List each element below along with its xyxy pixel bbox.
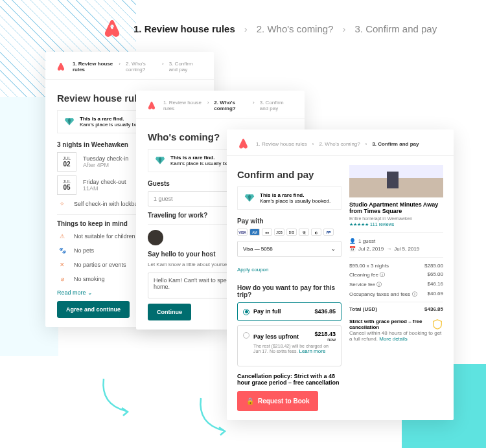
calendar-icon: 📅 — [349, 246, 356, 252]
chevron-down-icon: ⌄ — [331, 246, 336, 252]
learn-more-link[interactable]: Learn more — [299, 348, 325, 354]
flow-arrow-icon — [97, 375, 136, 421]
no-parties-icon: ✕ — [57, 260, 67, 270]
chevron-right-icon: › — [244, 23, 248, 34]
diners-icon: ◐ — [311, 229, 321, 236]
chevron-down-icon: ⌄ — [87, 289, 93, 296]
guest-icon: 👤 — [349, 238, 356, 244]
payment-method-icons: VISAAM●●JCBDIS银◐PP — [237, 229, 341, 236]
rare-find-banner: This is a rare find.Kam's place is usual… — [237, 186, 341, 210]
step-3[interactable]: 3. Confirm and pay — [354, 23, 437, 34]
no-children-icon: ⚠ — [57, 231, 67, 241]
step-1[interactable]: 1. Review house rules — [133, 23, 235, 34]
lock-icon: 🔒 — [246, 398, 254, 405]
pay-less-option[interactable]: Pay less upfront$218.43now The rest ($21… — [237, 325, 341, 366]
chevron-right-icon: › — [342, 23, 345, 34]
airbnb-logo-icon — [57, 62, 65, 72]
key-icon: ✧ — [57, 199, 67, 209]
apply-coupon-link[interactable]: Apply coupon — [237, 267, 268, 273]
top-nav: 1. Review house rules› 2. Who's coming?›… — [104, 19, 437, 38]
page-title: Confirm and pay — [237, 169, 341, 180]
paypal-icon: PP — [323, 229, 334, 236]
visa-icon: VISA — [237, 229, 248, 236]
flow-arrow-icon — [194, 395, 233, 440]
host-avatar — [148, 230, 163, 245]
breadcrumb: 1. Review house rules› 2. Who's coming?›… — [133, 23, 437, 34]
unionpay-icon: 银 — [299, 229, 309, 236]
airbnb-logo-icon — [104, 19, 121, 38]
confirm-pay-card: 1. Review house rules›2. Who's coming?›3… — [227, 129, 454, 420]
listing-thumbnail — [349, 165, 443, 197]
card-select[interactable]: Visa — 5058⌄ — [237, 241, 341, 257]
amex-icon: AM — [249, 229, 260, 236]
no-smoking-icon: ⌀ — [57, 274, 67, 284]
continue-button[interactable]: Continue — [148, 304, 191, 320]
gem-icon — [64, 116, 75, 126]
jcb-icon: JCB — [274, 229, 284, 236]
airbnb-logo-icon — [238, 139, 248, 149]
agree-continue-button[interactable]: Agree and continue — [57, 301, 130, 318]
airbnb-logo-icon — [148, 100, 156, 111]
pay-full-option[interactable]: Pay in full$436.85 — [237, 302, 341, 321]
gem-icon — [155, 155, 165, 165]
mastercard-icon: ●● — [262, 229, 272, 236]
gem-icon — [244, 192, 255, 203]
request-book-button[interactable]: 🔒Request to Book — [237, 391, 318, 411]
shield-icon — [432, 319, 443, 330]
discover-icon: DIS — [286, 229, 297, 236]
radio-off-icon — [243, 332, 249, 339]
no-pets-icon: 🐾 — [57, 245, 67, 256]
radio-on-icon — [243, 309, 249, 315]
more-details-link[interactable]: More details — [379, 336, 408, 342]
step-2[interactable]: 2. Who's coming? — [257, 23, 334, 34]
